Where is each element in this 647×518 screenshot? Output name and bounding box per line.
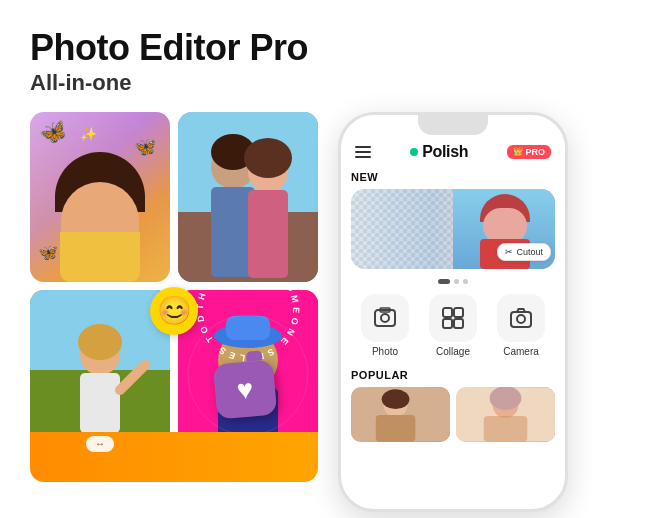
pro-badge[interactable]: 👑 PRO bbox=[507, 145, 551, 159]
phone-brand: Polish bbox=[410, 143, 468, 161]
phone-header: Polish 👑 PRO bbox=[351, 137, 555, 167]
brand-dot-icon bbox=[410, 148, 418, 156]
svg-rect-26 bbox=[443, 319, 452, 328]
brand-name: Polish bbox=[422, 143, 468, 161]
collage-icon-box bbox=[429, 294, 477, 342]
svg-point-12 bbox=[78, 324, 122, 360]
photo-icon bbox=[373, 306, 397, 330]
svg-rect-24 bbox=[443, 308, 452, 317]
popular-img-2 bbox=[456, 387, 555, 442]
phone-notch bbox=[418, 115, 488, 135]
butterfly-icon-1: 🦋 bbox=[36, 116, 70, 150]
photo-cell-2 bbox=[178, 112, 318, 282]
camera-icon-box bbox=[497, 294, 545, 342]
action-camera[interactable]: Camera bbox=[493, 294, 549, 357]
header-section: Photo Editor Pro All-in-one bbox=[30, 28, 617, 96]
popular-section-label: POPULAR bbox=[351, 369, 555, 381]
action-collage[interactable]: Collage bbox=[425, 294, 481, 357]
main-container: Photo Editor Pro All-in-one 🦋 🦋 🦋 ✨ bbox=[0, 0, 647, 518]
svg-point-22 bbox=[381, 314, 389, 322]
popular-card-1[interactable] bbox=[351, 387, 450, 442]
butterfly-icon-3: 🦋 bbox=[38, 243, 58, 262]
featured-card[interactable]: ✂ Cutout bbox=[351, 189, 555, 269]
content-row: 🦋 🦋 🦋 ✨ bbox=[30, 112, 617, 512]
cutout-label: Cutout bbox=[516, 247, 543, 257]
camera-label: Camera bbox=[503, 346, 539, 357]
dot-1 bbox=[438, 279, 450, 284]
carousel-dots bbox=[351, 279, 555, 284]
svg-point-37 bbox=[490, 387, 522, 410]
collage-icon bbox=[441, 306, 465, 330]
couple-svg bbox=[178, 112, 318, 282]
svg-rect-36 bbox=[484, 416, 528, 442]
camera-icon bbox=[509, 306, 533, 330]
heart-icon: ♥ bbox=[235, 372, 254, 405]
svg-rect-32 bbox=[376, 415, 416, 442]
person-photo-1 bbox=[55, 152, 145, 282]
bottom-strip bbox=[30, 432, 318, 482]
svg-rect-11 bbox=[80, 373, 120, 433]
phone-mockup: Polish 👑 PRO NEW bbox=[338, 112, 568, 512]
resize-handle-icon[interactable]: ↔ bbox=[86, 436, 114, 452]
page-subtitle: All-in-one bbox=[30, 70, 617, 96]
phone-inner: Polish 👑 PRO NEW bbox=[341, 137, 565, 452]
popular-section: POPULAR bbox=[351, 369, 555, 442]
cutout-button[interactable]: ✂ Cutout bbox=[497, 243, 551, 261]
sparkle-icon: ✨ bbox=[80, 126, 97, 142]
svg-rect-27 bbox=[454, 319, 463, 328]
svg-rect-25 bbox=[454, 308, 463, 317]
heart-sticker: ♥ bbox=[213, 359, 278, 419]
scissors-icon: ✂ bbox=[505, 247, 513, 257]
photo-cell-1: 🦋 🦋 🦋 ✨ bbox=[30, 112, 170, 282]
left-collage: 🦋 🦋 🦋 ✨ bbox=[30, 112, 320, 472]
new-section-label: NEW bbox=[351, 171, 555, 183]
hamburger-menu-icon[interactable] bbox=[355, 146, 371, 158]
collage-label: Collage bbox=[436, 346, 470, 357]
checkered-bg bbox=[351, 189, 453, 269]
dot-3 bbox=[463, 279, 468, 284]
photo-icon-box bbox=[361, 294, 409, 342]
pro-label: PRO bbox=[525, 147, 545, 157]
dot-2 bbox=[454, 279, 459, 284]
svg-point-7 bbox=[244, 138, 292, 178]
popular-card-2[interactable] bbox=[456, 387, 555, 442]
butterfly-icon-2: 🦋 bbox=[134, 136, 156, 158]
svg-point-29 bbox=[517, 315, 525, 323]
smiley-sticker: 😊 bbox=[150, 287, 198, 335]
crown-icon: 👑 bbox=[513, 147, 523, 156]
popular-grid bbox=[351, 387, 555, 442]
action-photo[interactable]: Photo bbox=[357, 294, 413, 357]
svg-rect-18 bbox=[226, 316, 270, 340]
action-row: Photo Collage bbox=[351, 294, 555, 357]
photo-label: Photo bbox=[372, 346, 398, 357]
popular-img-1 bbox=[351, 387, 450, 442]
svg-point-33 bbox=[382, 389, 410, 409]
svg-rect-5 bbox=[248, 190, 288, 278]
page-title: Photo Editor Pro bbox=[30, 28, 617, 68]
